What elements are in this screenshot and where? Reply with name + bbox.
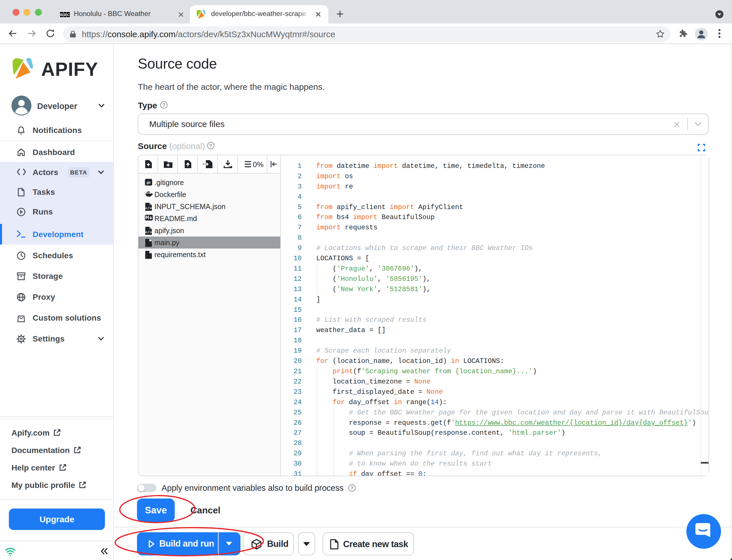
svg-text:C: C bbox=[67, 13, 70, 17]
svg-text:?: ? bbox=[209, 143, 212, 148]
svg-text:?: ? bbox=[162, 102, 165, 108]
svg-text:B: B bbox=[60, 13, 63, 17]
svg-text:git: git bbox=[147, 180, 151, 184]
svg-text:B: B bbox=[64, 13, 66, 17]
svg-text:</>: </> bbox=[145, 230, 152, 235]
svg-text:</>: </> bbox=[145, 206, 152, 211]
svg-text:?: ? bbox=[351, 485, 354, 491]
